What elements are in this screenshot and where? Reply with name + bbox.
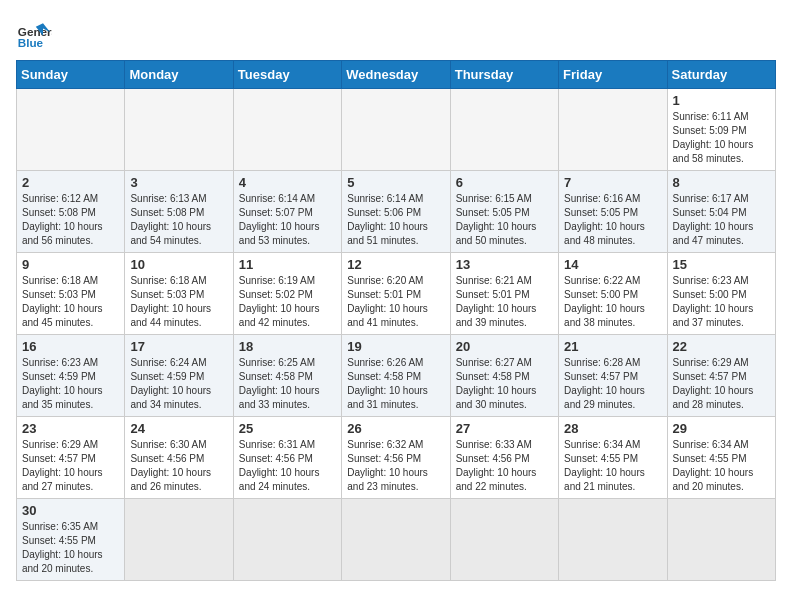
day-number: 9 xyxy=(22,257,119,272)
day-info: Sunrise: 6:21 AM Sunset: 5:01 PM Dayligh… xyxy=(456,274,553,330)
day-number: 25 xyxy=(239,421,336,436)
calendar-cell: 12Sunrise: 6:20 AM Sunset: 5:01 PM Dayli… xyxy=(342,253,450,335)
calendar-cell: 18Sunrise: 6:25 AM Sunset: 4:58 PM Dayli… xyxy=(233,335,341,417)
calendar-week-row: 9Sunrise: 6:18 AM Sunset: 5:03 PM Daylig… xyxy=(17,253,776,335)
day-number: 7 xyxy=(564,175,661,190)
day-number: 1 xyxy=(673,93,770,108)
calendar-cell: 1Sunrise: 6:11 AM Sunset: 5:09 PM Daylig… xyxy=(667,89,775,171)
calendar-cell: 29Sunrise: 6:34 AM Sunset: 4:55 PM Dayli… xyxy=(667,417,775,499)
day-info: Sunrise: 6:11 AM Sunset: 5:09 PM Dayligh… xyxy=(673,110,770,166)
calendar-table: SundayMondayTuesdayWednesdayThursdayFrid… xyxy=(16,60,776,581)
calendar-week-row: 30Sunrise: 6:35 AM Sunset: 4:55 PM Dayli… xyxy=(17,499,776,581)
calendar-cell: 24Sunrise: 6:30 AM Sunset: 4:56 PM Dayli… xyxy=(125,417,233,499)
svg-text:Blue: Blue xyxy=(18,36,44,49)
calendar-cell: 4Sunrise: 6:14 AM Sunset: 5:07 PM Daylig… xyxy=(233,171,341,253)
day-info: Sunrise: 6:15 AM Sunset: 5:05 PM Dayligh… xyxy=(456,192,553,248)
day-number: 11 xyxy=(239,257,336,272)
calendar-cell: 13Sunrise: 6:21 AM Sunset: 5:01 PM Dayli… xyxy=(450,253,558,335)
day-number: 20 xyxy=(456,339,553,354)
day-number: 3 xyxy=(130,175,227,190)
calendar-cell: 21Sunrise: 6:28 AM Sunset: 4:57 PM Dayli… xyxy=(559,335,667,417)
calendar-cell: 27Sunrise: 6:33 AM Sunset: 4:56 PM Dayli… xyxy=(450,417,558,499)
day-info: Sunrise: 6:25 AM Sunset: 4:58 PM Dayligh… xyxy=(239,356,336,412)
day-number: 15 xyxy=(673,257,770,272)
day-info: Sunrise: 6:27 AM Sunset: 4:58 PM Dayligh… xyxy=(456,356,553,412)
day-number: 28 xyxy=(564,421,661,436)
calendar-cell: 26Sunrise: 6:32 AM Sunset: 4:56 PM Dayli… xyxy=(342,417,450,499)
calendar-cell: 5Sunrise: 6:14 AM Sunset: 5:06 PM Daylig… xyxy=(342,171,450,253)
col-header-saturday: Saturday xyxy=(667,61,775,89)
day-info: Sunrise: 6:23 AM Sunset: 5:00 PM Dayligh… xyxy=(673,274,770,330)
logo: General Blue xyxy=(16,16,52,52)
day-info: Sunrise: 6:29 AM Sunset: 4:57 PM Dayligh… xyxy=(673,356,770,412)
col-header-wednesday: Wednesday xyxy=(342,61,450,89)
calendar-cell xyxy=(559,89,667,171)
calendar-cell: 2Sunrise: 6:12 AM Sunset: 5:08 PM Daylig… xyxy=(17,171,125,253)
calendar-cell: 3Sunrise: 6:13 AM Sunset: 5:08 PM Daylig… xyxy=(125,171,233,253)
day-number: 2 xyxy=(22,175,119,190)
day-number: 12 xyxy=(347,257,444,272)
day-number: 24 xyxy=(130,421,227,436)
calendar-cell: 8Sunrise: 6:17 AM Sunset: 5:04 PM Daylig… xyxy=(667,171,775,253)
calendar-cell: 22Sunrise: 6:29 AM Sunset: 4:57 PM Dayli… xyxy=(667,335,775,417)
calendar-week-row: 23Sunrise: 6:29 AM Sunset: 4:57 PM Dayli… xyxy=(17,417,776,499)
day-info: Sunrise: 6:13 AM Sunset: 5:08 PM Dayligh… xyxy=(130,192,227,248)
calendar-cell xyxy=(342,499,450,581)
day-info: Sunrise: 6:20 AM Sunset: 5:01 PM Dayligh… xyxy=(347,274,444,330)
day-info: Sunrise: 6:30 AM Sunset: 4:56 PM Dayligh… xyxy=(130,438,227,494)
calendar-cell: 23Sunrise: 6:29 AM Sunset: 4:57 PM Dayli… xyxy=(17,417,125,499)
col-header-sunday: Sunday xyxy=(17,61,125,89)
page-header: General Blue xyxy=(16,16,776,52)
day-number: 6 xyxy=(456,175,553,190)
col-header-tuesday: Tuesday xyxy=(233,61,341,89)
calendar-cell xyxy=(17,89,125,171)
calendar-week-row: 1Sunrise: 6:11 AM Sunset: 5:09 PM Daylig… xyxy=(17,89,776,171)
day-number: 29 xyxy=(673,421,770,436)
calendar-cell: 14Sunrise: 6:22 AM Sunset: 5:00 PM Dayli… xyxy=(559,253,667,335)
day-number: 23 xyxy=(22,421,119,436)
calendar-cell xyxy=(233,499,341,581)
day-number: 30 xyxy=(22,503,119,518)
day-number: 10 xyxy=(130,257,227,272)
calendar-cell: 20Sunrise: 6:27 AM Sunset: 4:58 PM Dayli… xyxy=(450,335,558,417)
day-number: 27 xyxy=(456,421,553,436)
day-info: Sunrise: 6:26 AM Sunset: 4:58 PM Dayligh… xyxy=(347,356,444,412)
day-info: Sunrise: 6:35 AM Sunset: 4:55 PM Dayligh… xyxy=(22,520,119,576)
day-info: Sunrise: 6:23 AM Sunset: 4:59 PM Dayligh… xyxy=(22,356,119,412)
day-number: 18 xyxy=(239,339,336,354)
day-info: Sunrise: 6:24 AM Sunset: 4:59 PM Dayligh… xyxy=(130,356,227,412)
day-info: Sunrise: 6:33 AM Sunset: 4:56 PM Dayligh… xyxy=(456,438,553,494)
day-number: 4 xyxy=(239,175,336,190)
day-number: 14 xyxy=(564,257,661,272)
day-number: 16 xyxy=(22,339,119,354)
day-info: Sunrise: 6:31 AM Sunset: 4:56 PM Dayligh… xyxy=(239,438,336,494)
day-info: Sunrise: 6:34 AM Sunset: 4:55 PM Dayligh… xyxy=(564,438,661,494)
day-number: 22 xyxy=(673,339,770,354)
day-info: Sunrise: 6:28 AM Sunset: 4:57 PM Dayligh… xyxy=(564,356,661,412)
calendar-cell xyxy=(233,89,341,171)
calendar-cell: 9Sunrise: 6:18 AM Sunset: 5:03 PM Daylig… xyxy=(17,253,125,335)
calendar-cell xyxy=(450,89,558,171)
day-info: Sunrise: 6:18 AM Sunset: 5:03 PM Dayligh… xyxy=(22,274,119,330)
calendar-cell: 28Sunrise: 6:34 AM Sunset: 4:55 PM Dayli… xyxy=(559,417,667,499)
calendar-cell: 7Sunrise: 6:16 AM Sunset: 5:05 PM Daylig… xyxy=(559,171,667,253)
day-number: 5 xyxy=(347,175,444,190)
day-info: Sunrise: 6:22 AM Sunset: 5:00 PM Dayligh… xyxy=(564,274,661,330)
calendar-cell xyxy=(125,89,233,171)
calendar-cell xyxy=(450,499,558,581)
day-info: Sunrise: 6:32 AM Sunset: 4:56 PM Dayligh… xyxy=(347,438,444,494)
calendar-cell: 6Sunrise: 6:15 AM Sunset: 5:05 PM Daylig… xyxy=(450,171,558,253)
calendar-cell xyxy=(667,499,775,581)
day-number: 26 xyxy=(347,421,444,436)
calendar-cell: 10Sunrise: 6:18 AM Sunset: 5:03 PM Dayli… xyxy=(125,253,233,335)
day-info: Sunrise: 6:14 AM Sunset: 5:07 PM Dayligh… xyxy=(239,192,336,248)
calendar-cell: 16Sunrise: 6:23 AM Sunset: 4:59 PM Dayli… xyxy=(17,335,125,417)
calendar-cell: 11Sunrise: 6:19 AM Sunset: 5:02 PM Dayli… xyxy=(233,253,341,335)
calendar-cell: 25Sunrise: 6:31 AM Sunset: 4:56 PM Dayli… xyxy=(233,417,341,499)
day-info: Sunrise: 6:29 AM Sunset: 4:57 PM Dayligh… xyxy=(22,438,119,494)
day-info: Sunrise: 6:12 AM Sunset: 5:08 PM Dayligh… xyxy=(22,192,119,248)
day-number: 8 xyxy=(673,175,770,190)
day-number: 21 xyxy=(564,339,661,354)
col-header-monday: Monday xyxy=(125,61,233,89)
logo-icon: General Blue xyxy=(16,16,52,52)
